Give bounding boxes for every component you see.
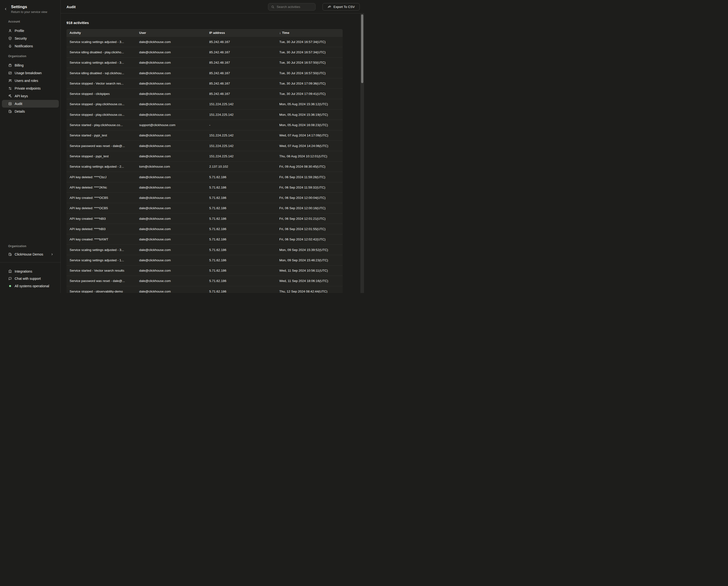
vertical-scrollbar-thumb[interactable] bbox=[361, 15, 363, 83]
cell-activity: Service stopped - pypi_test bbox=[67, 154, 136, 158]
table-row[interactable]: API key created: ****bXWT dale@clickhous… bbox=[67, 234, 343, 244]
sort-descending-icon: ↓ bbox=[279, 31, 281, 34]
cell-time: Fri, 06 Sep 2024 12:00:16(UTC) bbox=[276, 206, 343, 210]
column-header-time[interactable]: ↓Time bbox=[276, 31, 343, 34]
export-arrow-icon bbox=[328, 5, 331, 9]
sidebar-item-label: API keys bbox=[15, 94, 28, 98]
table-row[interactable]: Service stopped - clickpipes dale@clickh… bbox=[67, 89, 343, 99]
cell-time: Fri, 06 Sep 2024 12:02:42(UTC) bbox=[276, 238, 343, 241]
organization-name: ClickHouse Demos bbox=[15, 252, 43, 256]
sidebar-item-system-status[interactable]: All systems operational bbox=[2, 282, 59, 290]
table-row[interactable]: Service stopped - play.clickhouse.co... … bbox=[67, 109, 343, 120]
cell-user: dale@clickhouse.com bbox=[136, 186, 206, 189]
cell-ip-address: 2.137.10.102 bbox=[206, 165, 276, 168]
table-row[interactable]: Service started - Vector search results … bbox=[67, 265, 343, 276]
cell-ip-address: 5.71.62.186 bbox=[206, 290, 276, 293]
cell-time: Mon, 09 Sep 2024 15:46:23(UTC) bbox=[276, 259, 343, 262]
table-row[interactable]: Service stopped - observability-demo dal… bbox=[67, 286, 343, 293]
cell-user: dale@clickhouse.com bbox=[136, 279, 206, 283]
cell-ip-address: 85.242.48.167 bbox=[206, 82, 276, 85]
cell-activity: Service started - pypi_test bbox=[67, 133, 136, 137]
table-row[interactable]: Service idling disabled - sql.clickhou..… bbox=[67, 68, 343, 78]
cell-ip-address: 5.71.62.186 bbox=[206, 238, 276, 241]
cell-user: dale@clickhouse.com bbox=[136, 217, 206, 220]
table-row[interactable]: API key deleted: ****OCB5 dale@clickhous… bbox=[67, 203, 343, 213]
sidebar-item-label: Billing bbox=[15, 64, 24, 67]
table-row[interactable]: API key deleted: ****2KNc dale@clickhous… bbox=[67, 182, 343, 192]
cell-ip-address: 5.71.62.186 bbox=[206, 279, 276, 283]
column-header-ip[interactable]: IP address bbox=[206, 31, 276, 34]
table-row[interactable]: Service started - play.clickhouse.co... … bbox=[67, 120, 343, 130]
cell-ip-address: 85.242.48.167 bbox=[206, 40, 276, 44]
cell-user: dale@clickhouse.com bbox=[136, 113, 206, 117]
table-row[interactable]: Service started - pypi_test dale@clickho… bbox=[67, 130, 343, 141]
cell-activity: API key created: ****OCB5 bbox=[67, 196, 136, 200]
column-header-activity[interactable]: Activity bbox=[67, 31, 136, 34]
vertical-scrollbar-track[interactable] bbox=[360, 14, 364, 293]
search-input[interactable] bbox=[277, 5, 312, 9]
users-icon bbox=[8, 79, 12, 82]
sidebar-item-security[interactable]: Security bbox=[2, 34, 59, 42]
shield-check-icon bbox=[8, 36, 12, 40]
sidebar-item-chat-support[interactable]: Chat with support bbox=[2, 275, 59, 283]
cell-time: Fri, 09 Aug 2024 08:30:45(UTC) bbox=[276, 165, 343, 168]
table-row[interactable]: Service scaling settings adjusted - 2...… bbox=[67, 162, 343, 172]
table-row[interactable]: API key deleted: ****CbzJ dale@clickhous… bbox=[67, 172, 343, 182]
cell-time: Tue, 30 Jul 2024 17:09:41(UTC) bbox=[276, 92, 343, 96]
cell-user: dale@clickhouse.com bbox=[136, 269, 206, 272]
sidebar-item-billing[interactable]: Billing bbox=[2, 62, 59, 69]
cell-ip-address: 5.71.62.186 bbox=[206, 248, 276, 252]
table-row[interactable]: Service scaling settings adjusted - 3...… bbox=[67, 36, 343, 47]
sidebar-item-audit[interactable]: Audit bbox=[2, 100, 59, 107]
cell-activity: Service scaling settings adjusted - 1... bbox=[67, 259, 136, 262]
cell-user: dale@clickhouse.com bbox=[136, 248, 206, 252]
sidebar-item-label: Security bbox=[15, 36, 27, 40]
table-row[interactable]: Service scaling settings adjusted - 3...… bbox=[67, 57, 343, 68]
cell-time: Fri, 06 Sep 2024 12:01:21(UTC) bbox=[276, 217, 343, 220]
table-row[interactable]: Service password was reset - dale@... da… bbox=[67, 141, 343, 151]
sidebar-item-usage-breakdown[interactable]: Usage breakdown bbox=[2, 69, 59, 77]
table-row[interactable]: Service stopped - pypi_test dale@clickho… bbox=[67, 151, 343, 161]
sidebar-item-notifications[interactable]: Notifications bbox=[2, 42, 59, 50]
cell-user: dale@clickhouse.com bbox=[136, 290, 206, 293]
sidebar-item-private-endpoints[interactable]: Private endpoints bbox=[2, 84, 59, 92]
table-row[interactable]: Service scaling settings adjusted - 1...… bbox=[67, 255, 343, 265]
export-csv-button[interactable]: Export To CSV bbox=[322, 3, 360, 10]
table-row[interactable]: Service scaling settings adjusted - 3...… bbox=[67, 244, 343, 255]
sidebar-item-organization-switcher[interactable]: ClickHouse Demos bbox=[2, 250, 59, 258]
building-icon bbox=[8, 109, 12, 113]
status-label: All systems operational bbox=[15, 284, 49, 288]
cell-ip-address: 151.224.225.142 bbox=[206, 102, 276, 106]
cell-time: Fri, 06 Sep 2024 11:59:32(UTC) bbox=[276, 186, 343, 189]
building-icon bbox=[8, 252, 12, 256]
table-header-row: Activity User IP address ↓Time bbox=[67, 29, 343, 36]
table-row[interactable]: API key created: ****hBl3 dale@clickhous… bbox=[67, 213, 343, 224]
cell-time: Fri, 06 Sep 2024 11:59:28(UTC) bbox=[276, 175, 343, 179]
cell-ip-address: 5.71.62.186 bbox=[206, 196, 276, 200]
cell-user: dale@clickhouse.com bbox=[136, 61, 206, 64]
cell-user: dale@clickhouse.com bbox=[136, 92, 206, 96]
sidebar-item-profile[interactable]: Profile bbox=[2, 27, 59, 34]
cell-ip-address: 5.71.62.186 bbox=[206, 186, 276, 189]
cell-activity: Service scaling settings adjusted - 2... bbox=[67, 165, 136, 168]
sidebar-item-label: Audit bbox=[15, 102, 22, 106]
back-button[interactable] bbox=[3, 6, 9, 11]
cell-time: Mon, 05 Aug 2024 15:36:19(UTC) bbox=[276, 113, 343, 117]
sidebar-item-details[interactable]: Details bbox=[2, 107, 59, 115]
sidebar-item-label: Notifications bbox=[15, 44, 33, 48]
table-row[interactable]: Service stopped - Vector search res... d… bbox=[67, 78, 343, 89]
cell-activity: Service stopped - play.clickhouse.co... bbox=[67, 102, 136, 106]
usage-chart-icon bbox=[8, 71, 12, 75]
table-row[interactable]: API key deleted: ****hBl3 dale@clickhous… bbox=[67, 224, 343, 234]
table-row[interactable]: Service idling disabled - play.clickho..… bbox=[67, 47, 343, 57]
cell-time: Tue, 30 Jul 2024 16:57:34(UTC) bbox=[276, 50, 343, 54]
sidebar-subtitle: Return to your service view bbox=[11, 10, 47, 14]
table-row[interactable]: Service password was reset - dale@... da… bbox=[67, 276, 343, 286]
sidebar-item-api-keys[interactable]: API keys bbox=[2, 92, 59, 100]
cell-ip-address: 5.71.62.186 bbox=[206, 259, 276, 262]
sidebar-item-integrations[interactable]: Integrations bbox=[2, 268, 59, 275]
table-row[interactable]: Service stopped - play.clickhouse.co... … bbox=[67, 99, 343, 109]
table-row[interactable]: API key created: ****OCB5 dale@clickhous… bbox=[67, 192, 343, 203]
column-header-user[interactable]: User bbox=[136, 31, 206, 34]
sidebar-item-users-and-roles[interactable]: Users and roles bbox=[2, 77, 59, 84]
